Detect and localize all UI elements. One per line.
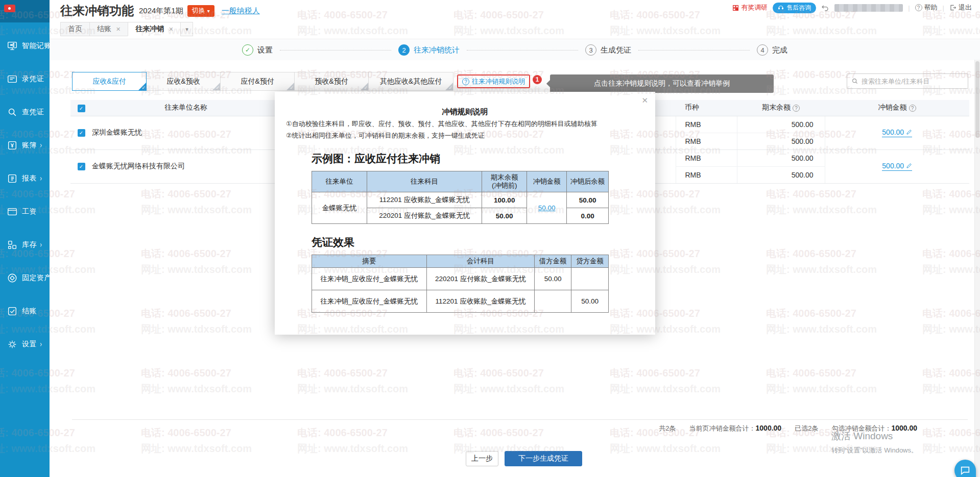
chat-icon [960,465,971,476]
chat-bubble-button[interactable] [954,460,976,477]
gear-icon [6,338,18,350]
selected-count: 已选2条 [795,424,818,433]
tutorial-step-badge: 1 [533,75,542,84]
filter-tab-ap-prepaid[interactable]: 应付&预付 ✓ [220,72,295,91]
check-icon: ✓ [290,86,294,90]
support-button[interactable]: 售后咨询 [773,3,816,13]
sidebar-item-label: 工资 [22,207,37,216]
writeoff-amount-link[interactable]: 500.00 [882,128,912,137]
currency-cell: RMB [676,149,737,166]
next-step-button[interactable]: 下一步生成凭证 [505,451,582,466]
check-icon: ✓ [216,86,220,90]
sidebar-item-inventory[interactable]: 库存 › [6,236,50,254]
example-writeoff-link[interactable]: 50.00 [538,204,556,212]
ending-balance-cell: 500.00 [737,149,825,166]
example-table: 往来单位 往来科目 期末余额(冲销前) 冲销金额 冲销后余额 金蝶账无忧 112… [312,171,609,224]
tab-home[interactable]: 首页 [60,22,90,36]
tab-writeoff[interactable]: 往来冲销 ✕ [128,22,181,36]
vertical-scrollbar[interactable] [974,60,980,477]
filter-tab-ar-advance-receipt[interactable]: 应收&预收 ✓ [146,72,221,91]
footer-divider [72,419,968,420]
taxpayer-type-link[interactable]: 一般纳税人 [222,6,260,16]
smart-accounting-icon [6,40,18,52]
close-icon[interactable]: ✕ [169,26,173,33]
close-icon[interactable]: ✕ [116,26,121,33]
writeoff-amount-link[interactable]: 500.00 [882,162,912,171]
sidebar-item-label: 账簿 [22,141,37,150]
pencil-icon [906,163,912,169]
survey-link[interactable]: 有奖调研 [732,3,768,12]
separator: | [908,4,910,12]
voucher-row: 往来冲销_应收应付_金蝶账无忧 220201 应付账款_金蝶账无忧 50.00 [312,268,609,290]
sidebar-menu: 智能记账 录凭证 查凭证 账簿 › 报表 › 工资 [0,22,50,361]
sidebar-item-closing[interactable]: 结账 [6,303,50,320]
search-icon [851,78,858,85]
select-all-checkbox[interactable]: ✓ [78,105,85,112]
notification-badge [4,5,15,12]
page-sum: 当前页冲销金额合计：1000.00 [689,424,782,433]
question-circle-icon: ? [462,78,469,85]
sidebar-item-label: 库存 [22,240,37,249]
tabs-dropdown-button[interactable]: ▾ [180,22,193,36]
rules-tooltip: 点击往来冲销规则说明，可以查看冲销举例 [550,74,774,93]
chevron-right-icon: › [40,141,42,150]
voucher-section-title: 凭证效果 [312,235,644,249]
writeoff-rules-button[interactable]: ? 往来冲销规则说明 [457,74,530,88]
question-circle-icon[interactable]: ? [793,105,800,112]
sidebar-item-smart-accounting[interactable]: 智能记账 [6,37,50,55]
example-section-title: 示例图：应收应付往来冲销 [312,152,644,166]
step-generate-voucher: 3 生成凭证 [585,44,631,56]
sidebar-item-salary[interactable]: 工资 [6,203,50,220]
filter-tab-advance-prepaid[interactable]: 预收&预付 ✓ [294,72,369,91]
row-checkbox[interactable]: ✓ [78,129,85,137]
search-input[interactable] [862,78,964,85]
period-label: 2024年第1期 [139,6,183,16]
rule-description-1: ①自动校验往来科目，即应收、应付、预收、预付、其他应收、其他应付下存在相同的明细… [286,119,644,129]
logout-link[interactable]: 退出 [949,3,972,12]
select-all-cell: ✓ [70,100,92,116]
step-connector [467,50,578,51]
windows-activation-notice: 激活 Windows 转到“设置”以激活 Windows。 [831,430,918,455]
writeoff-amount-cell: 500.00 [825,149,969,183]
page-title: 往来冲销功能 [60,3,134,19]
scrollbar-thumb[interactable] [975,61,979,138]
filter-tab-other[interactable]: 其他应收&其他应付 ✓ [368,72,453,91]
sidebar-item-settings[interactable]: 设置 › [6,336,50,353]
ending-balance-cell: 500.00 [737,116,825,133]
sidebar-item-ledger[interactable]: 账簿 › [6,137,50,154]
step-connector [280,50,391,51]
voucher-effect-table: 摘要 会计科目 借方金额 贷方金额 往来冲销_应收应付_金蝶账无忧 220201… [312,255,609,313]
sidebar-item-label: 智能记账 [22,41,52,51]
voucher-search-icon [6,106,18,118]
sidebar-item-label: 录凭证 [22,74,44,84]
row-checkbox[interactable]: ✓ [78,163,85,170]
sidebar-item-reports[interactable]: 报表 › [6,170,50,187]
previous-step-button[interactable]: 上一步 [466,451,498,466]
currency-cell: RMB [676,116,737,133]
switch-period-button[interactable]: 切换▾ [187,5,214,17]
headset-icon [778,5,784,11]
sidebar-item-label: 报表 [22,174,37,183]
tab-closing[interactable]: 结账 ✕ [89,22,128,36]
chevron-right-icon: › [40,240,42,249]
closing-check-icon [6,305,18,317]
col-header-name: 往来单位名称 [92,100,280,116]
undo-icon[interactable] [821,4,829,12]
wizard-steps: ✓ 设置 2 往来冲销统计 3 生成凭证 4 完成 [50,40,980,60]
sidebar-item-fixed-assets[interactable]: 固定资产 [6,269,50,287]
sidebar-item-voucher-entry[interactable]: 录凭证 [6,70,50,88]
help-link[interactable]: ? 帮助 [915,3,938,12]
close-icon[interactable]: ✕ [641,96,648,105]
check-icon: ✓ [364,86,368,90]
caret-down-icon: ▾ [185,26,188,33]
sidebar-item-voucher-search[interactable]: 查凭证 [6,104,50,121]
report-icon [6,172,18,185]
header-actions: 有奖调研 售后咨询 | ? 帮助 | 退出 [732,2,972,13]
salary-card-icon [6,206,18,218]
caret-down-icon: ▾ [207,8,210,14]
filter-tab-ar-ap[interactable]: 应收&应付 ✓ [72,72,147,91]
voucher-row: 往来冲销_应收应付_金蝶账无忧 112201 应收账款_金蝶账无忧 50.00 [312,290,609,313]
question-circle-icon[interactable]: ? [909,105,916,112]
sidebar-logo-area [0,0,50,22]
step-settings: ✓ 设置 [242,44,273,56]
